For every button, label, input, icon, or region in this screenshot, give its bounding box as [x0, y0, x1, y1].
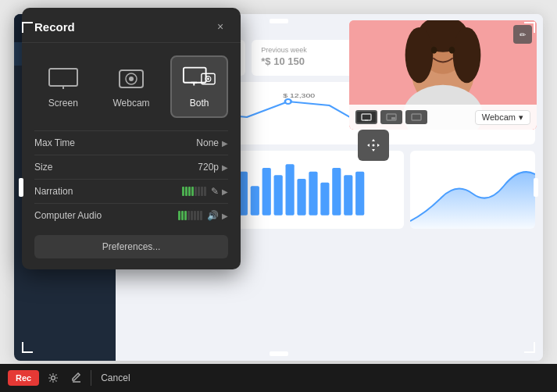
narration-arrow[interactable]: ▶ [222, 187, 228, 196]
vol-seg-1 [182, 187, 184, 196]
svg-rect-43 [184, 68, 206, 83]
both-type-label: Both [190, 98, 209, 109]
webcam-dropdown-arrow: ▾ [519, 112, 523, 123]
vol-seg-a6 [194, 211, 196, 220]
vol-seg-a8 [200, 211, 202, 220]
webcam-source-dropdown[interactable]: Webcam ▾ [475, 110, 530, 125]
narration-label: Narration [34, 186, 182, 197]
vol-seg-6 [198, 187, 200, 196]
vol-seg-a5 [191, 211, 193, 220]
size-label: Size [34, 162, 198, 173]
webcam-ctrl-screen[interactable] [355, 110, 377, 124]
record-type-both[interactable]: Both [170, 55, 228, 118]
settings-list: Max Time None ▶ Size 720p ▶ Narration ✎ [22, 130, 241, 227]
setting-row-maxtime: Max Time None ▶ [34, 130, 228, 155]
svg-point-7 [453, 27, 481, 83]
vol-seg-a1 [178, 211, 180, 220]
svg-rect-28 [262, 168, 271, 216]
svg-point-49 [52, 376, 55, 380]
side-handle-right[interactable] [534, 178, 538, 197]
maxtime-label: Max Time [34, 137, 196, 148]
setting-row-size: Size 720p ▶ [34, 155, 228, 179]
screen-type-label: Screen [48, 98, 78, 109]
setting-row-audio: Computer Audio 🔊 ▶ [34, 203, 228, 227]
preferences-button[interactable]: Preferences... [34, 235, 228, 258]
dialog-close-button[interactable]: × [212, 19, 228, 34]
svg-point-48 [207, 78, 209, 80]
svg-rect-34 [332, 168, 341, 216]
vol-seg-a7 [197, 211, 199, 220]
audio-label: Computer Audio [34, 210, 178, 221]
vol-seg-5 [195, 187, 197, 196]
corner-bl-handle[interactable] [22, 342, 33, 353]
area-chart [410, 151, 535, 229]
svg-rect-36 [355, 172, 364, 216]
speaker-icon[interactable]: 🔊 [207, 210, 219, 221]
side-handle-bottom[interactable] [270, 351, 288, 356]
svg-rect-15 [412, 114, 421, 120]
corner-tr-handle[interactable] [524, 22, 535, 33]
dialog-title: Record [34, 20, 75, 34]
vol-seg-a4 [187, 211, 190, 220]
vol-seg-a3 [184, 211, 187, 220]
svg-text:$ 12,300: $ 12,300 [283, 92, 315, 99]
both-record-icon [182, 65, 216, 93]
audio-volume-bar [178, 211, 202, 220]
setting-row-narration: Narration ✎ ▶ [34, 179, 228, 203]
vol-seg-8 [204, 187, 206, 196]
corner-tl-handle[interactable] [22, 22, 33, 33]
svg-rect-27 [251, 186, 259, 215]
svg-rect-33 [320, 183, 329, 216]
maxtime-value: None [196, 137, 219, 148]
side-handle-top[interactable] [270, 19, 288, 23]
audio-arrow[interactable]: ▶ [222, 212, 228, 220]
svg-rect-30 [286, 164, 295, 215]
vol-seg-7 [201, 187, 203, 196]
webcam-dropdown-label: Webcam [482, 112, 516, 122]
rec-button[interactable]: Rec [8, 370, 39, 386]
size-value: 720p [198, 162, 219, 173]
record-types: Screen Webcam [22, 43, 241, 130]
webcam-preview: ✏ Webcam ▾ [349, 20, 537, 130]
vol-seg-4 [191, 187, 194, 196]
svg-rect-31 [297, 179, 305, 216]
vol-seg-a2 [181, 211, 184, 220]
settings-icon-btn[interactable] [44, 369, 62, 387]
webcam-ctrl-pip[interactable] [380, 110, 402, 124]
vol-seg-2 [185, 187, 187, 196]
svg-point-9 [431, 47, 437, 54]
divider [91, 370, 91, 386]
narration-volume-bar [182, 187, 206, 196]
record-type-screen[interactable]: Screen [34, 55, 92, 118]
vol-seg-3 [188, 187, 191, 196]
svg-point-6 [405, 27, 434, 83]
webcam-type-label: Webcam [112, 98, 149, 109]
svg-rect-14 [391, 117, 395, 119]
svg-rect-37 [49, 69, 77, 86]
cancel-button[interactable]: Cancel [96, 369, 134, 387]
svg-rect-32 [309, 172, 317, 216]
svg-point-0 [285, 99, 291, 104]
side-handle-left[interactable] [19, 178, 23, 197]
svg-point-42 [129, 77, 134, 81]
svg-rect-11 [362, 114, 371, 120]
svg-rect-29 [274, 175, 283, 215]
bottom-bar: Rec Cancel [0, 364, 557, 392]
move-handle[interactable] [358, 130, 389, 161]
webcam-record-icon [114, 65, 148, 93]
webcam-controls: Webcam ▾ [349, 105, 537, 130]
mic-icon[interactable]: ✎ [211, 186, 219, 197]
svg-point-16 [373, 144, 375, 147]
screen-record-icon [46, 65, 80, 93]
corner-br-handle[interactable] [524, 342, 535, 353]
maxtime-arrow[interactable]: ▶ [222, 139, 228, 148]
edit-icon-btn[interactable] [67, 369, 86, 387]
svg-point-10 [449, 47, 455, 54]
size-arrow[interactable]: ▶ [222, 163, 228, 172]
webcam-ctrl-full[interactable] [405, 110, 427, 124]
svg-rect-35 [344, 175, 352, 215]
record-dialog: Record × Screen Webcam [22, 8, 241, 269]
record-type-webcam[interactable]: Webcam [102, 55, 162, 118]
dialog-header: Record × [22, 8, 241, 43]
